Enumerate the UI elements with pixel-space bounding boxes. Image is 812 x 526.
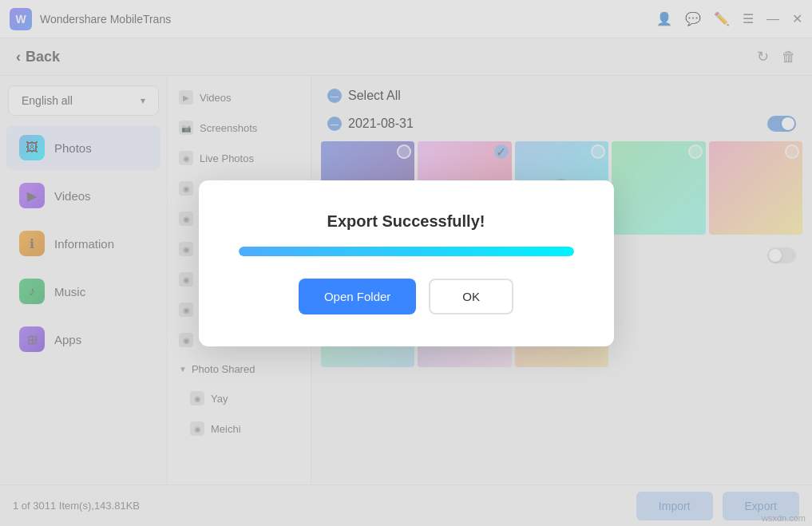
- watermark: wsxdn.com: [762, 513, 806, 523]
- dialog-buttons: Open Folder OK: [299, 279, 513, 314]
- progress-bar-container: [239, 247, 574, 256]
- export-success-dialog: Export Successfully! Open Folder OK: [199, 180, 614, 346]
- open-folder-button[interactable]: Open Folder: [299, 279, 416, 314]
- progress-bar-fill: [239, 247, 574, 256]
- ok-button[interactable]: OK: [429, 279, 513, 314]
- overlay: Export Successfully! Open Folder OK: [0, 0, 812, 526]
- dialog-title: Export Successfully!: [327, 212, 485, 231]
